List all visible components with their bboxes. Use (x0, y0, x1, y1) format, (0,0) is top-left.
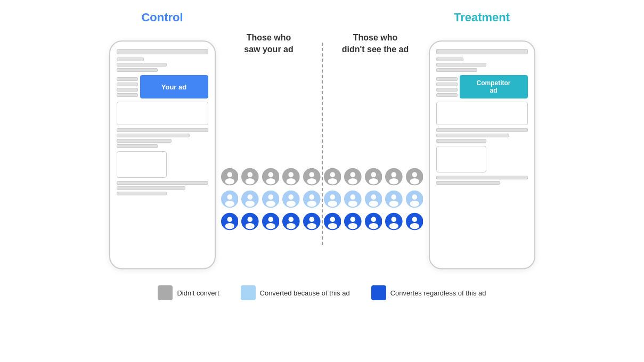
control-title-wrapper: Control (109, 11, 216, 24)
person-db-7 (344, 212, 362, 231)
text-lines-r3 (436, 176, 528, 185)
person-db-8 (365, 212, 382, 231)
svg-point-22 (371, 172, 376, 177)
svg-point-74 (307, 223, 316, 229)
person-grey-1 (221, 168, 239, 186)
person-grey-7 (344, 168, 362, 186)
svg-point-29 (410, 178, 419, 185)
svg-point-59 (410, 201, 419, 207)
ad-row: Your ad (117, 75, 208, 98)
people-rows (221, 168, 423, 231)
rtl3-2 (436, 181, 500, 185)
treatment-title: Treatment (454, 11, 510, 24)
svg-point-64 (248, 217, 253, 222)
person-db-2 (241, 212, 259, 231)
top-section: Control (0, 11, 644, 269)
svg-point-40 (289, 194, 294, 200)
svg-point-65 (246, 223, 255, 229)
svg-point-55 (392, 194, 397, 200)
competitor-ad-label: Competitor ad (477, 79, 511, 95)
svg-point-1 (227, 172, 232, 177)
person-grey-5 (303, 168, 321, 186)
tl3-2 (117, 186, 185, 190)
svg-point-62 (225, 223, 234, 229)
person-grey-9 (385, 168, 403, 186)
main-container: Control (0, 0, 644, 362)
rtl2-2 (436, 134, 510, 137)
svg-point-13 (309, 172, 314, 177)
person-db-1 (221, 212, 239, 231)
r-line-2 (436, 63, 487, 67)
svg-point-5 (246, 178, 255, 185)
rtl2-1 (436, 128, 528, 132)
tl3-1 (117, 181, 208, 185)
rtl3-1 (436, 176, 528, 179)
svg-point-41 (287, 201, 296, 207)
svg-point-20 (348, 178, 357, 185)
person-grey-10 (406, 168, 423, 186)
svg-point-8 (266, 178, 275, 185)
person-lb-1 (221, 190, 239, 208)
phone-bar-1 (117, 49, 208, 54)
svg-point-73 (309, 217, 314, 222)
svg-point-68 (266, 223, 275, 229)
label-didnt-see: Those who didn't see the ad (322, 32, 423, 56)
rlb2 (436, 83, 458, 86)
legend-box-grey (158, 285, 173, 300)
svg-point-28 (412, 172, 417, 177)
r-left-bars (436, 77, 458, 97)
person-grey-8 (365, 168, 382, 186)
rlb4 (436, 93, 458, 97)
svg-point-4 (248, 172, 253, 177)
person-db-10 (406, 212, 423, 231)
content-box-1 (117, 102, 208, 125)
people-row-darkblue (221, 212, 423, 231)
svg-point-38 (266, 201, 275, 207)
person-lb-7 (344, 190, 362, 208)
legend-box-darkblue (371, 285, 386, 300)
svg-point-37 (268, 194, 273, 200)
lb3 (117, 88, 138, 92)
legend-label-2: Converted because of this ad (260, 289, 350, 297)
line-1 (117, 57, 144, 61)
svg-point-47 (328, 201, 337, 207)
line-2 (117, 63, 167, 67)
lb4 (117, 93, 138, 97)
svg-point-53 (369, 201, 378, 207)
text-lines-3 (117, 181, 208, 195)
control-title: Control (141, 11, 183, 24)
lb2 (117, 83, 138, 86)
svg-point-26 (389, 178, 398, 185)
person-grey-2 (241, 168, 259, 186)
legend-item-lightblue: Converted because of this ad (241, 285, 350, 300)
svg-point-46 (330, 194, 335, 200)
person-lb-8 (365, 190, 382, 208)
person-lb-3 (262, 190, 280, 208)
svg-point-32 (225, 201, 234, 207)
legend-box-lightblue (241, 285, 256, 300)
left-bars (117, 77, 138, 97)
person-db-4 (282, 212, 300, 231)
phone-bar-r1 (436, 49, 528, 54)
svg-point-49 (350, 194, 356, 200)
tl2-2 (117, 134, 190, 137)
person-lb-9 (385, 190, 403, 208)
person-lb-5 (303, 190, 321, 208)
legend: Didn't convert Converted because of this… (158, 285, 486, 300)
image-box-r1 (436, 146, 487, 172)
image-box-1 (117, 151, 167, 178)
svg-point-71 (287, 223, 296, 229)
svg-point-88 (412, 217, 417, 222)
text-lines-1 (117, 57, 208, 72)
your-ad-box: Your ad (140, 75, 208, 98)
svg-point-34 (248, 194, 253, 200)
tl2-3 (117, 139, 172, 143)
rlb3 (436, 88, 458, 92)
svg-point-82 (371, 217, 376, 222)
svg-point-79 (350, 217, 356, 222)
svg-point-83 (369, 223, 378, 229)
rlb1 (436, 77, 458, 81)
control-phone: Your ad (109, 40, 216, 269)
r-line-3 (436, 68, 477, 72)
text-lines-2 (117, 128, 208, 148)
